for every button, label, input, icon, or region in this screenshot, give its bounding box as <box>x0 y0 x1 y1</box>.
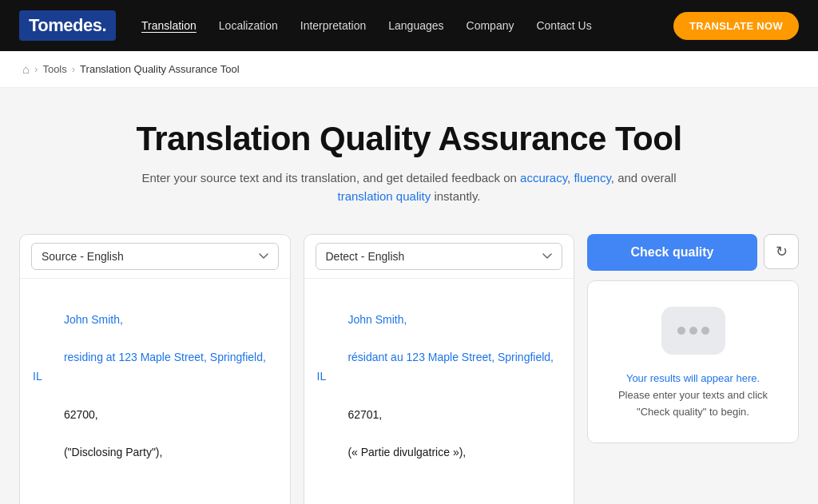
source-party: ("Disclosing Party"), <box>64 446 163 458</box>
nav-links: Translation Localization Interpretation … <box>141 18 673 33</box>
target-panel: Detect - English John Smith, résidant au… <box>304 234 575 504</box>
nav-item-languages[interactable]: Languages <box>388 18 443 33</box>
target-party: (« Partie divulgatrice »), <box>347 446 466 458</box>
breadcrumb-sep-1: › <box>34 63 38 75</box>
main-content: Translation Quality Assurance Tool Enter… <box>0 88 818 504</box>
refresh-icon: ↻ <box>776 243 788 260</box>
results-placeholder: Your results will appear here. Please en… <box>604 371 782 420</box>
source-address: residing at 123 Maple Street, Springfiel… <box>33 351 269 383</box>
navbar: Tomedes. Translation Localization Interp… <box>0 0 818 51</box>
dot-2 <box>689 327 697 335</box>
source-zip: 62700, <box>64 408 98 421</box>
check-row: Check quality ↻ <box>587 234 799 271</box>
page-subtitle: Enter your source text and its translati… <box>129 169 689 205</box>
results-line1: Your results will appear here. <box>626 372 760 384</box>
page-title: Translation Quality Assurance Tool <box>19 120 799 158</box>
source-panel: Source - English John Smith, residing at… <box>19 234 291 504</box>
target-text: John Smith, résidant au 123 Maple Street… <box>317 292 562 504</box>
refresh-button[interactable]: ↻ <box>764 234 799 269</box>
source-panel-body: John Smith, residing at 123 Maple Street… <box>20 279 290 504</box>
subtitle-highlight-accuracy: accuracy <box>520 171 567 185</box>
tool-area: Source - English John Smith, residing at… <box>19 234 799 504</box>
source-language-select[interactable]: Source - English <box>31 243 279 270</box>
subtitle-highlight-fluency: fluency <box>574 171 610 185</box>
target-name: John Smith, <box>347 313 407 326</box>
breadcrumb: ⌂ › Tools › Translation Quality Assuranc… <box>0 51 818 88</box>
source-panel-header: Source - English <box>20 235 290 279</box>
right-panel: Check quality ↻ Your results will appear… <box>587 234 799 443</box>
target-panel-body: John Smith, résidant au 123 Maple Street… <box>304 279 574 504</box>
nav-item-interpretation[interactable]: Interpretation <box>300 18 367 33</box>
home-icon[interactable]: ⌂ <box>22 62 30 76</box>
target-zip: 62701, <box>347 408 382 421</box>
nav-item-translation[interactable]: Translation <box>141 18 197 33</box>
dot-3 <box>701 327 709 335</box>
subtitle-highlight-quality: translation quality <box>338 189 431 203</box>
logo[interactable]: Tomedes. <box>19 10 116 41</box>
chat-bubble-icon <box>661 307 725 355</box>
nav-item-localization[interactable]: Localization <box>219 18 278 33</box>
dot-1 <box>677 327 685 335</box>
nav-item-contact[interactable]: Contact Us <box>536 18 591 33</box>
breadcrumb-current: Translation Quality Assurance Tool <box>80 63 239 75</box>
nav-item-company[interactable]: Company <box>467 18 514 33</box>
logo-text: Tomedes. <box>29 15 106 35</box>
source-name: John Smith, <box>64 313 123 326</box>
target-address: résidant au 123 Maple Street, Springfiel… <box>317 351 557 383</box>
breadcrumb-tools[interactable]: Tools <box>42 63 66 75</box>
results-box: Your results will appear here. Please en… <box>587 280 799 443</box>
translate-now-button[interactable]: TRANSLATE NOW <box>673 12 799 40</box>
target-panel-header: Detect - English <box>304 235 574 279</box>
target-language-select[interactable]: Detect - English <box>316 243 563 270</box>
check-quality-button[interactable]: Check quality <box>587 234 757 271</box>
results-line2: Please enter your texts and click "Check… <box>618 389 768 418</box>
breadcrumb-sep-2: › <box>72 63 75 75</box>
source-text: John Smith, residing at 123 Maple Street… <box>33 292 277 504</box>
